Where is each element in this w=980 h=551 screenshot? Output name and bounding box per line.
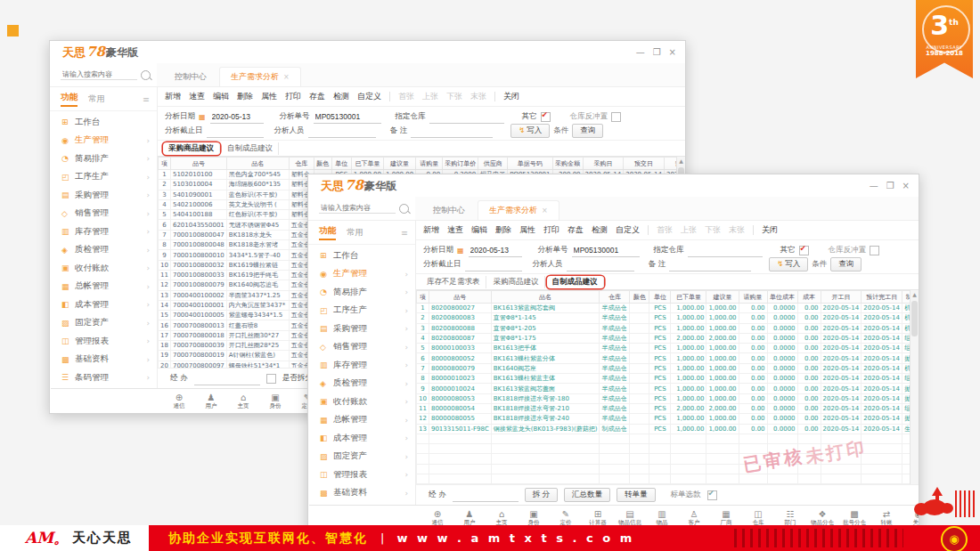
sidebar-item[interactable]: ◇销售管理› bbox=[308, 338, 415, 357]
table-row[interactable]: 680000800052BK1613蝶柱紫蓝分体半成品仓PCS1,000.001… bbox=[417, 353, 919, 363]
split-checkbox[interactable] bbox=[266, 374, 276, 384]
search-icon[interactable] bbox=[141, 70, 151, 80]
sidebar-item[interactable]: ▤采购管理› bbox=[308, 320, 415, 338]
suggestion-tab[interactable]: 采购商品建议 bbox=[488, 276, 545, 288]
toolbar-button[interactable]: 存盘 bbox=[309, 91, 325, 102]
column-header[interactable]: 请购量 bbox=[416, 158, 443, 170]
sidebar-item[interactable]: ⊞工作台 bbox=[308, 247, 415, 265]
table-row[interactable]: 139013315011-F98C铜接紫蓝龙头(BK013-F983)(蘑菇把)… bbox=[417, 424, 919, 434]
condition-button[interactable]: 条件 bbox=[812, 259, 827, 270]
toolbar-button[interactable]: 属性 bbox=[519, 224, 535, 236]
transfer-button[interactable]: 转单量 bbox=[617, 488, 656, 502]
minimize-icon[interactable]: — bbox=[870, 181, 878, 190]
toolbar-button[interactable]: 自定义 bbox=[357, 91, 381, 102]
toolbar-button[interactable]: 关闭 bbox=[762, 224, 778, 236]
tab-close-icon[interactable]: × bbox=[283, 73, 290, 81]
summarize-button[interactable]: 汇总数量 bbox=[564, 488, 610, 502]
toolbar-button[interactable]: 检测 bbox=[592, 224, 608, 236]
column-header[interactable]: 单位 bbox=[331, 158, 351, 170]
toolbar-button[interactable]: 新增 bbox=[423, 224, 439, 236]
dock-item-物品[interactable]: ▥物品 bbox=[646, 509, 678, 526]
analysis-end-input[interactable] bbox=[207, 125, 264, 138]
table-row[interactable]: 880000010023BK1613蝶柱紫蓝主体半成品仓PCS1,000.001… bbox=[417, 374, 919, 384]
table-row[interactable]: 1080000080053BK1818焊接进水弯管-180半成品仓PCS1,00… bbox=[417, 393, 919, 403]
close-icon[interactable]: × bbox=[902, 181, 910, 190]
table-row[interactable]: 280200800083直管Φ8*1-145半成品仓PCS1,000.001,0… bbox=[417, 313, 919, 323]
memo-input[interactable] bbox=[411, 125, 493, 138]
column-header[interactable]: 仓库 bbox=[600, 291, 630, 304]
column-header[interactable]: 建议量 bbox=[384, 158, 416, 170]
column-header[interactable]: 预交日 bbox=[624, 158, 665, 170]
table-row[interactable]: 480200800087直管Φ8*1-175半成品仓PCS2,000.002,0… bbox=[417, 333, 919, 343]
dock-item-主页[interactable]: ⌂主页 bbox=[486, 509, 518, 526]
table-row[interactable]: 980000010024BK1613紫蓝阀芯盖面半成品仓PCS1,000.001… bbox=[417, 384, 919, 393]
person-input[interactable] bbox=[308, 125, 376, 138]
toolbar-button[interactable]: 速查 bbox=[447, 224, 463, 236]
toolbar-button[interactable]: 编辑 bbox=[471, 224, 487, 236]
minimize-icon[interactable]: — bbox=[636, 47, 645, 57]
column-header[interactable]: 单位成本 bbox=[767, 291, 797, 304]
dock-item-物品分仓[interactable]: ❖物品分仓 bbox=[806, 509, 838, 526]
sidebar-item[interactable]: ◧成本管理› bbox=[50, 296, 157, 314]
dock-item-身份[interactable]: ▣身份 bbox=[518, 509, 550, 526]
toolbar-button[interactable]: 打印 bbox=[285, 91, 301, 102]
wh-flag-checkbox[interactable] bbox=[611, 112, 621, 122]
agent-input[interactable] bbox=[194, 372, 260, 385]
toolbar-button[interactable]: 检测 bbox=[333, 91, 349, 102]
sidebar-item[interactable]: ◔简易排产› bbox=[308, 283, 415, 302]
toolbar-button[interactable]: 属性 bbox=[261, 91, 277, 102]
dock-item-批号分仓[interactable]: ▩批号分仓 bbox=[838, 509, 870, 526]
table-row[interactable]: 1180000080054BK1818焊接进水弯管-210半成品仓PCS2,00… bbox=[417, 403, 919, 413]
column-header[interactable]: 采购日 bbox=[583, 158, 624, 170]
column-header[interactable]: 已下单量 bbox=[351, 158, 383, 170]
dock-item-厂商[interactable]: ▦厂商 bbox=[710, 509, 742, 526]
sidebar-item[interactable]: ▥库存管理› bbox=[308, 356, 415, 375]
sidebar-item[interactable]: ▩基础资料› bbox=[50, 351, 157, 369]
query-button[interactable]: 查询 bbox=[572, 124, 603, 138]
dock-item-仓库[interactable]: ◫仓库 bbox=[742, 509, 774, 526]
warehouse-input[interactable] bbox=[429, 110, 504, 124]
column-header[interactable]: 已下单量 bbox=[671, 291, 706, 304]
suggestion-tab[interactable]: 采购商品建议 bbox=[163, 142, 220, 155]
search-icon[interactable] bbox=[399, 204, 409, 214]
sidebar-item[interactable]: ▦总帐管理› bbox=[308, 411, 415, 430]
analysis-no-input[interactable] bbox=[314, 110, 381, 124]
toolbar-button[interactable]: 新增 bbox=[165, 91, 181, 102]
sidebar-item[interactable]: ◉生产管理› bbox=[50, 132, 157, 150]
column-header[interactable]: 项 bbox=[159, 158, 171, 170]
sidebar-item[interactable]: ◰工序生产› bbox=[308, 302, 415, 320]
toolbar-button[interactable]: 打印 bbox=[543, 224, 559, 236]
dock-item-用户[interactable]: ♟用户 bbox=[195, 393, 227, 409]
tail-checkbox[interactable] bbox=[707, 490, 717, 500]
write-button[interactable]: ↯写入 bbox=[769, 257, 808, 271]
sidebar-item[interactable]: ◫管理报表› bbox=[308, 466, 415, 484]
toolbar-button[interactable]: 编辑 bbox=[213, 91, 229, 102]
vertical-scrollbar[interactable]: ▲ bbox=[910, 290, 919, 484]
column-header[interactable]: 品名 bbox=[226, 158, 289, 170]
column-header[interactable]: 单据号码 bbox=[508, 158, 552, 170]
toolbar-button[interactable]: 速查 bbox=[189, 91, 205, 102]
dock-item-客户[interactable]: ♙客户 bbox=[678, 509, 710, 526]
analysis-date-input[interactable] bbox=[210, 110, 264, 124]
sidebar-item[interactable]: ◇销售管理› bbox=[50, 205, 157, 223]
memo-input[interactable] bbox=[669, 258, 751, 271]
table-row[interactable]: 1280000080055BK1818焊接进水弯管-240半成品仓PCS1,00… bbox=[417, 414, 919, 424]
wh-flag-checkbox[interactable] bbox=[870, 246, 879, 255]
sidebar-item[interactable]: ⊞工作台 bbox=[50, 113, 157, 132]
agent-input[interactable] bbox=[453, 489, 519, 502]
toolbar-button[interactable]: 自定义 bbox=[616, 224, 640, 236]
dock-item-定价[interactable]: ✎定价 bbox=[550, 509, 582, 526]
sidebar-item[interactable]: ☰条码管理› bbox=[50, 369, 157, 387]
table-row[interactable]: 780000800079BK1640阀芯座半成品仓PCS1,000.001,00… bbox=[417, 363, 919, 373]
dock-item-部门[interactable]: ☷部门 bbox=[774, 509, 806, 526]
analysis-end-input[interactable] bbox=[465, 258, 522, 271]
other-checkbox[interactable] bbox=[799, 246, 809, 255]
sidebar-item[interactable]: ▨固定资产› bbox=[308, 448, 415, 466]
tab-production-demand[interactable]: 生产需求分析× bbox=[219, 67, 301, 86]
sidebar-tab-function[interactable]: 功能 bbox=[319, 225, 336, 240]
sidebar-item[interactable]: ▣收付账款› bbox=[308, 393, 415, 411]
restore-icon[interactable]: ❐ bbox=[886, 181, 894, 190]
sidebar-item[interactable]: ▦总帐管理› bbox=[50, 278, 157, 296]
column-header[interactable]: 品号 bbox=[429, 291, 491, 304]
search-input[interactable] bbox=[61, 69, 137, 80]
